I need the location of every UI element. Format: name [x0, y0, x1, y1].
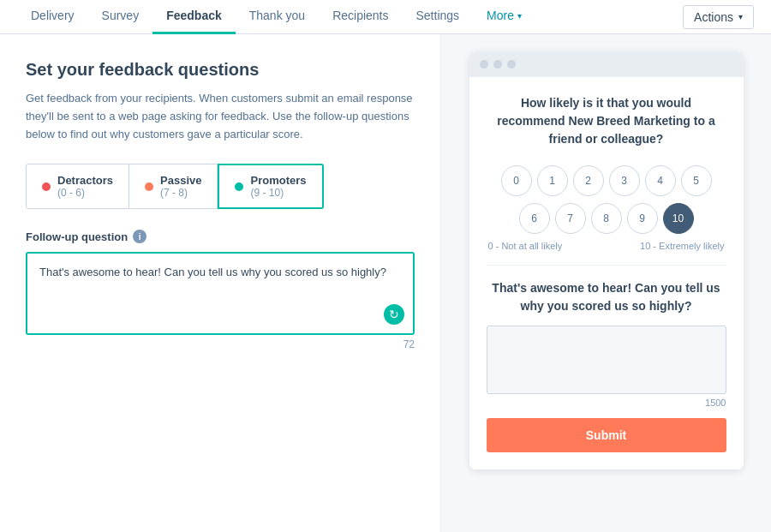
promoters-label: Promoters: [250, 174, 306, 187]
nps-label-left: 0 - Not at all likely: [488, 241, 563, 251]
preview-char-limit: 1500: [487, 398, 726, 408]
browser-dot-2: [493, 60, 502, 69]
nps-10[interactable]: 10: [663, 203, 694, 234]
passive-label: Passive: [160, 174, 201, 187]
detractors-dot: [42, 182, 51, 191]
right-panel: How likely is it that you would recommen…: [441, 34, 771, 532]
tab-feedback[interactable]: Feedback: [152, 0, 236, 34]
followup-label-text: Follow-up question: [26, 230, 128, 243]
browser-dot-1: [480, 60, 488, 69]
tab-thank-you[interactable]: Thank you: [236, 0, 319, 34]
nps-7[interactable]: 7: [555, 203, 586, 234]
left-panel: Set your feedback questions Get feedback…: [0, 34, 441, 532]
segment-passive[interactable]: Passive (7 - 8): [129, 164, 218, 209]
nps-row-2: 6 7 8 9 10: [519, 203, 694, 234]
followup-textarea-wrapper: That's awesome to hear! Can you tell us …: [26, 252, 415, 335]
tab-recipients[interactable]: Recipients: [319, 0, 402, 34]
nps-9[interactable]: 9: [627, 203, 658, 234]
followup-textarea[interactable]: That's awesome to hear! Can you tell us …: [27, 254, 413, 331]
detractors-range: (0 - 6): [57, 187, 113, 199]
tab-delivery[interactable]: Delivery: [17, 0, 88, 34]
preview-submit-button[interactable]: Submit: [487, 418, 726, 452]
passive-dot: [145, 182, 153, 191]
preview-nps-question: How likely is it that you would recommen…: [487, 94, 726, 148]
nps-5[interactable]: 5: [681, 165, 712, 196]
nps-4[interactable]: 4: [645, 165, 676, 196]
promoters-range: (9 - 10): [250, 187, 306, 199]
nps-row-1: 0 1 2 3 4 5: [501, 165, 712, 196]
char-count: 72: [26, 338, 415, 350]
nps-label-right: 10 - Extremely likely: [640, 241, 724, 251]
preview-divider: [487, 265, 726, 266]
preview-followup-question: That's awesome to hear! Can you tell us …: [487, 279, 726, 315]
segment-promoters[interactable]: Promoters (9 - 10): [218, 164, 323, 209]
browser-mockup: How likely is it that you would recommen…: [469, 51, 744, 469]
preview-body: How likely is it that you would recommen…: [469, 77, 744, 469]
nps-3[interactable]: 3: [609, 165, 640, 196]
info-icon[interactable]: i: [133, 230, 146, 243]
chevron-down-icon: ▾: [738, 12, 743, 21]
nps-1[interactable]: 1: [537, 165, 568, 196]
nps-6[interactable]: 6: [519, 203, 550, 234]
preview-answer-box[interactable]: [487, 326, 726, 394]
tab-more[interactable]: More ▾: [473, 0, 535, 34]
tab-survey[interactable]: Survey: [88, 0, 153, 34]
detractors-label: Detractors: [57, 174, 113, 187]
main-layout: Set your feedback questions Get feedback…: [0, 34, 771, 532]
nps-2[interactable]: 2: [573, 165, 604, 196]
page-title: Set your feedback questions: [26, 60, 415, 80]
chevron-down-icon: ▾: [517, 11, 522, 21]
actions-button[interactable]: Actions ▾: [683, 5, 754, 29]
passive-range: (7 - 8): [160, 187, 201, 199]
segment-tabs: Detractors (0 - 6) Passive (7 - 8) Promo…: [26, 164, 415, 209]
followup-label-row: Follow-up question i: [26, 230, 415, 243]
nps-8[interactable]: 8: [591, 203, 622, 234]
nps-labels: 0 - Not at all likely 10 - Extremely lik…: [487, 241, 726, 251]
nps-scale: 0 1 2 3 4 5 6 7 8 9 10: [487, 165, 726, 234]
tab-settings[interactable]: Settings: [403, 0, 474, 34]
section-description: Get feedback from your recipients. When …: [26, 90, 415, 143]
top-navigation: Delivery Survey Feedback Thank you Recip…: [0, 0, 771, 34]
segment-detractors[interactable]: Detractors (0 - 6): [26, 164, 129, 209]
nps-0[interactable]: 0: [501, 165, 532, 196]
promoters-dot: [235, 182, 243, 191]
browser-dot-3: [507, 60, 516, 69]
browser-bar: [469, 51, 744, 77]
